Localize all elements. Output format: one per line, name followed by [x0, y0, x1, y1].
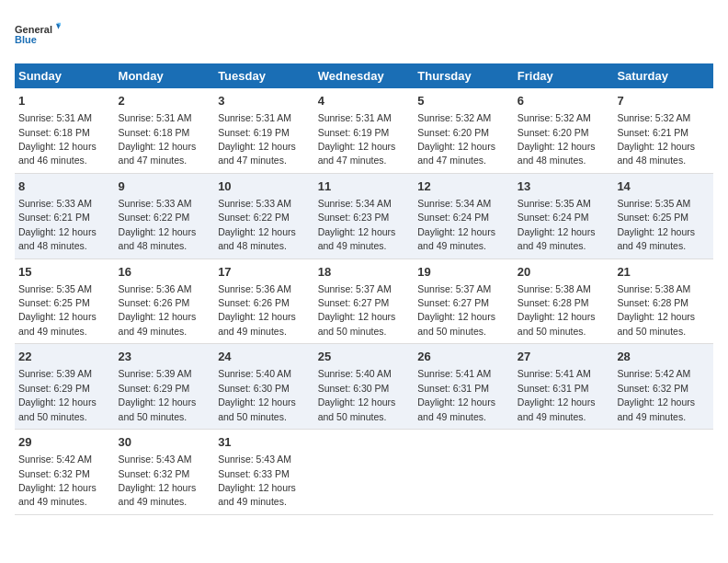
- day-sunrise: Sunrise: 5:31 AMSunset: 6:19 PMDaylight:…: [218, 112, 296, 166]
- day-sunrise: Sunrise: 5:35 AMSunset: 6:24 PMDaylight:…: [518, 198, 596, 251]
- calendar-cell: 26 Sunrise: 5:41 AMSunset: 6:31 PMDaylig…: [414, 344, 514, 430]
- calendar-cell: 15 Sunrise: 5:35 AMSunset: 6:25 PMDaylig…: [15, 259, 115, 344]
- calendar-cell: 1 Sunrise: 5:31 AMSunset: 6:18 PMDayligh…: [15, 88, 115, 173]
- day-number: 9: [119, 178, 211, 195]
- calendar-table: SundayMondayTuesdayWednesdayThursdayFrid…: [15, 63, 713, 515]
- calendar-cell: [514, 430, 614, 515]
- day-sunrise: Sunrise: 5:36 AMSunset: 6:26 PMDaylight:…: [218, 283, 296, 337]
- calendar-cell: 17 Sunrise: 5:36 AMSunset: 6:26 PMDaylig…: [214, 259, 314, 344]
- day-number: 8: [18, 178, 111, 195]
- day-sunrise: Sunrise: 5:33 AMSunset: 6:22 PMDaylight:…: [119, 198, 197, 251]
- day-sunrise: Sunrise: 5:39 AMSunset: 6:29 PMDaylight:…: [18, 368, 97, 421]
- calendar-cell: 29 Sunrise: 5:42 AMSunset: 6:32 PMDaylig…: [15, 430, 115, 515]
- day-number: 19: [417, 264, 510, 281]
- calendar-cell: 19 Sunrise: 5:37 AMSunset: 6:27 PMDaylig…: [414, 259, 514, 344]
- day-number: 11: [318, 178, 411, 195]
- calendar-cell: 9 Sunrise: 5:33 AMSunset: 6:22 PMDayligh…: [115, 173, 215, 259]
- day-number: 26: [417, 349, 510, 365]
- day-number: 23: [119, 349, 211, 365]
- day-sunrise: Sunrise: 5:32 AMSunset: 6:20 PMDaylight:…: [518, 112, 596, 166]
- day-sunrise: Sunrise: 5:33 AMSunset: 6:22 PMDaylight:…: [218, 198, 296, 251]
- calendar-cell: 22 Sunrise: 5:39 AMSunset: 6:29 PMDaylig…: [15, 344, 115, 430]
- day-number: 18: [318, 264, 411, 281]
- weekday-header-row: SundayMondayTuesdayWednesdayThursdayFrid…: [15, 63, 713, 88]
- weekday-header-saturday: Saturday: [613, 63, 713, 88]
- calendar-cell: 11 Sunrise: 5:34 AMSunset: 6:23 PMDaylig…: [314, 173, 415, 259]
- day-sunrise: Sunrise: 5:40 AMSunset: 6:30 PMDaylight:…: [218, 368, 296, 421]
- week-row-4: 22 Sunrise: 5:39 AMSunset: 6:29 PMDaylig…: [15, 344, 713, 430]
- day-sunrise: Sunrise: 5:42 AMSunset: 6:32 PMDaylight:…: [617, 368, 695, 421]
- calendar-cell: 28 Sunrise: 5:42 AMSunset: 6:32 PMDaylig…: [613, 344, 713, 430]
- day-number: 16: [119, 264, 211, 281]
- day-sunrise: Sunrise: 5:38 AMSunset: 6:28 PMDaylight:…: [617, 283, 695, 337]
- calendar-cell: 21 Sunrise: 5:38 AMSunset: 6:28 PMDaylig…: [613, 259, 713, 344]
- svg-text:General: General: [15, 24, 52, 35]
- day-number: 3: [218, 93, 311, 109]
- calendar-cell: 4 Sunrise: 5:31 AMSunset: 6:19 PMDayligh…: [314, 88, 415, 173]
- day-number: 21: [617, 264, 710, 281]
- day-sunrise: Sunrise: 5:42 AMSunset: 6:32 PMDaylight:…: [18, 454, 97, 507]
- day-number: 29: [18, 434, 111, 451]
- calendar-cell: 3 Sunrise: 5:31 AMSunset: 6:19 PMDayligh…: [214, 88, 314, 173]
- day-number: 5: [417, 93, 510, 109]
- calendar-cell: 7 Sunrise: 5:32 AMSunset: 6:21 PMDayligh…: [613, 88, 713, 173]
- calendar-cell: 5 Sunrise: 5:32 AMSunset: 6:20 PMDayligh…: [414, 88, 514, 173]
- weekday-header-sunday: Sunday: [15, 63, 115, 88]
- calendar-cell: 14 Sunrise: 5:35 AMSunset: 6:25 PMDaylig…: [613, 173, 713, 259]
- week-row-5: 29 Sunrise: 5:42 AMSunset: 6:32 PMDaylig…: [15, 430, 713, 515]
- day-sunrise: Sunrise: 5:33 AMSunset: 6:21 PMDaylight:…: [18, 198, 97, 251]
- calendar-cell: 20 Sunrise: 5:38 AMSunset: 6:28 PMDaylig…: [514, 259, 614, 344]
- week-row-1: 1 Sunrise: 5:31 AMSunset: 6:18 PMDayligh…: [15, 88, 713, 173]
- day-sunrise: Sunrise: 5:39 AMSunset: 6:29 PMDaylight:…: [119, 368, 197, 421]
- day-number: 6: [518, 93, 610, 109]
- day-number: 10: [218, 178, 311, 195]
- weekday-header-wednesday: Wednesday: [314, 63, 415, 88]
- calendar-cell: 6 Sunrise: 5:32 AMSunset: 6:20 PMDayligh…: [514, 88, 614, 173]
- day-sunrise: Sunrise: 5:43 AMSunset: 6:32 PMDaylight:…: [119, 454, 197, 507]
- day-number: 20: [518, 264, 610, 281]
- day-number: 31: [218, 434, 311, 451]
- day-number: 12: [417, 178, 510, 195]
- day-sunrise: Sunrise: 5:32 AMSunset: 6:20 PMDaylight:…: [417, 112, 495, 166]
- day-sunrise: Sunrise: 5:31 AMSunset: 6:19 PMDaylight:…: [318, 112, 396, 166]
- day-sunrise: Sunrise: 5:32 AMSunset: 6:21 PMDaylight:…: [617, 112, 695, 166]
- day-number: 22: [18, 349, 111, 365]
- day-sunrise: Sunrise: 5:35 AMSunset: 6:25 PMDaylight:…: [18, 283, 97, 337]
- logo: General Blue: [15, 15, 61, 56]
- day-number: 30: [119, 434, 211, 451]
- day-sunrise: Sunrise: 5:37 AMSunset: 6:27 PMDaylight:…: [318, 283, 396, 337]
- day-number: 14: [617, 178, 710, 195]
- calendar-cell: 2 Sunrise: 5:31 AMSunset: 6:18 PMDayligh…: [115, 88, 215, 173]
- calendar-cell: 12 Sunrise: 5:34 AMSunset: 6:24 PMDaylig…: [414, 173, 514, 259]
- day-number: 13: [518, 178, 610, 195]
- week-row-3: 15 Sunrise: 5:35 AMSunset: 6:25 PMDaylig…: [15, 259, 713, 344]
- week-row-2: 8 Sunrise: 5:33 AMSunset: 6:21 PMDayligh…: [15, 173, 713, 259]
- logo-icon: General Blue: [15, 15, 61, 56]
- day-number: 15: [18, 264, 111, 281]
- svg-text:Blue: Blue: [15, 34, 37, 45]
- day-sunrise: Sunrise: 5:38 AMSunset: 6:28 PMDaylight:…: [518, 283, 596, 337]
- day-number: 28: [617, 349, 710, 365]
- calendar-cell: 8 Sunrise: 5:33 AMSunset: 6:21 PMDayligh…: [15, 173, 115, 259]
- calendar-cell: 23 Sunrise: 5:39 AMSunset: 6:29 PMDaylig…: [115, 344, 215, 430]
- day-number: 7: [617, 93, 710, 109]
- day-sunrise: Sunrise: 5:31 AMSunset: 6:18 PMDaylight:…: [119, 112, 197, 166]
- day-sunrise: Sunrise: 5:40 AMSunset: 6:30 PMDaylight:…: [318, 368, 396, 421]
- day-number: 17: [218, 264, 311, 281]
- day-number: 25: [318, 349, 411, 365]
- calendar-cell: 25 Sunrise: 5:40 AMSunset: 6:30 PMDaylig…: [314, 344, 415, 430]
- weekday-header-friday: Friday: [514, 63, 614, 88]
- calendar-cell: [314, 430, 415, 515]
- weekday-header-tuesday: Tuesday: [214, 63, 314, 88]
- day-sunrise: Sunrise: 5:34 AMSunset: 6:24 PMDaylight:…: [417, 198, 495, 251]
- calendar-cell: 13 Sunrise: 5:35 AMSunset: 6:24 PMDaylig…: [514, 173, 614, 259]
- calendar-cell: 18 Sunrise: 5:37 AMSunset: 6:27 PMDaylig…: [314, 259, 415, 344]
- calendar-cell: [414, 430, 514, 515]
- day-sunrise: Sunrise: 5:35 AMSunset: 6:25 PMDaylight:…: [617, 198, 695, 251]
- calendar-cell: 31 Sunrise: 5:43 AMSunset: 6:33 PMDaylig…: [214, 430, 314, 515]
- day-number: 27: [518, 349, 610, 365]
- day-sunrise: Sunrise: 5:41 AMSunset: 6:31 PMDaylight:…: [518, 368, 596, 421]
- day-number: 4: [318, 93, 411, 109]
- calendar-cell: 30 Sunrise: 5:43 AMSunset: 6:32 PMDaylig…: [115, 430, 215, 515]
- calendar-cell: 27 Sunrise: 5:41 AMSunset: 6:31 PMDaylig…: [514, 344, 614, 430]
